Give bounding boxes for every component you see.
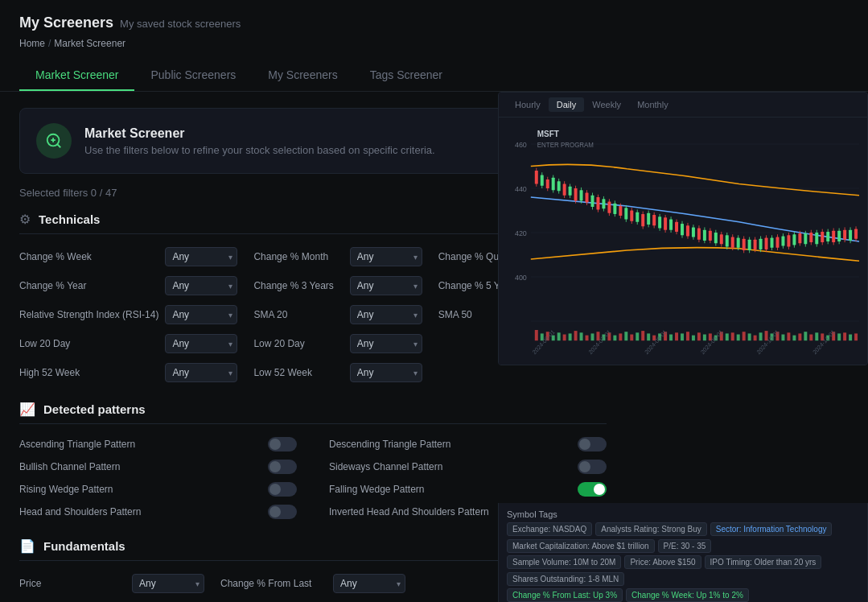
- svg-rect-152: [647, 333, 650, 340]
- toggle-rising-wedge[interactable]: [268, 482, 297, 497]
- select-wrap-price[interactable]: Any: [132, 574, 204, 593]
- chart-tab-monthly[interactable]: Monthly: [629, 97, 677, 112]
- tag-exchange: Exchange: NASDAQ: [507, 522, 592, 536]
- technicals-title: Technicals: [39, 212, 100, 226]
- patterns-icon: 📈: [19, 402, 35, 417]
- tag-volume: Sample Volume: 10M to 20M: [507, 555, 621, 569]
- patterns-header: 📈 Detected patterns: [19, 402, 607, 424]
- select-wrap-high52[interactable]: Any: [165, 363, 237, 382]
- svg-line-1: [57, 144, 60, 147]
- tab-my-screeners[interactable]: My Screeners: [252, 60, 353, 91]
- svg-rect-150: [636, 332, 639, 340]
- filter-row-change-3y: Change % 3 Years Any: [253, 276, 422, 295]
- breadcrumb-current: Market Screener: [54, 38, 125, 49]
- chart-tab-daily[interactable]: Daily: [549, 97, 584, 112]
- chart-tab-weekly[interactable]: Weekly: [584, 97, 629, 112]
- select-wrap-change-week[interactable]: Any: [165, 247, 237, 266]
- tag-sector: Sector: Information Technology: [710, 522, 833, 536]
- select-change-from-last[interactable]: Any: [333, 574, 405, 593]
- select-change-year[interactable]: Any: [165, 276, 237, 295]
- tab-bar: Market Screener Public Screeners My Scre…: [19, 60, 849, 91]
- toggle-descending[interactable]: [578, 437, 607, 452]
- tags-row-2: Sample Volume: 10M to 20M Price: Above $…: [507, 555, 859, 586]
- select-wrap-sma20[interactable]: Any: [350, 305, 422, 324]
- select-low20-2[interactable]: Any: [350, 334, 422, 353]
- svg-rect-169: [743, 332, 746, 340]
- svg-rect-136: [557, 332, 561, 340]
- filter-row-price: Price Any: [19, 574, 204, 593]
- patterns-section: 📈 Detected patterns Ascending Triangle P…: [19, 402, 607, 519]
- symbol-tags-title: Symbol Tags: [507, 509, 859, 519]
- svg-rect-146: [613, 336, 616, 341]
- select-low52[interactable]: Any: [350, 363, 422, 382]
- svg-rect-147: [619, 333, 622, 340]
- select-change-month[interactable]: Any: [350, 247, 422, 266]
- svg-rect-142: [591, 333, 594, 340]
- svg-text:440: 440: [515, 184, 527, 194]
- toggle-bullish-channel[interactable]: [268, 460, 297, 474]
- svg-text:MSFT: MSFT: [537, 130, 560, 139]
- select-wrap-change-year[interactable]: Any: [165, 276, 237, 295]
- pattern-label-rising-wedge: Rising Wedge Pattern: [19, 484, 113, 495]
- select-price[interactable]: Any: [132, 574, 204, 593]
- select-wrap-change-month[interactable]: Any: [350, 247, 422, 266]
- toggle-head-shoulders[interactable]: [268, 505, 297, 519]
- tab-market-screener[interactable]: Market Screener: [19, 60, 134, 91]
- select-wrap-low52[interactable]: Any: [350, 363, 422, 382]
- chart-tab-hourly[interactable]: Hourly: [507, 97, 549, 112]
- filter-label-change-from-last: Change % From Last: [220, 578, 327, 589]
- toggle-sideways[interactable]: [578, 460, 607, 474]
- svg-rect-186: [837, 333, 841, 340]
- select-wrap-change-from-last[interactable]: Any: [333, 574, 405, 593]
- select-wrap-low20-2[interactable]: Any: [350, 334, 422, 353]
- select-change-week[interactable]: Any: [165, 247, 237, 266]
- select-sma20[interactable]: Any: [350, 305, 422, 324]
- tag-ipo: IPO Timing: Older than 20 yrs: [705, 555, 822, 569]
- breadcrumb-separator: /: [48, 38, 51, 49]
- filter-row-change-month: Change % Month Any: [253, 247, 422, 266]
- pattern-row-bullish-channel: Bullish Channel Pattern: [19, 460, 297, 474]
- page-title: My Screeners: [19, 14, 113, 31]
- svg-rect-166: [726, 333, 729, 340]
- filter-row-low20: Low 20 Day Any: [19, 334, 237, 353]
- screener-icon: [36, 123, 72, 159]
- select-high52[interactable]: Any: [165, 363, 237, 382]
- filter-label-rsi: Relative Strength Index (RSI-14): [19, 309, 158, 320]
- patterns-title: Detected patterns: [43, 402, 146, 416]
- svg-text:ENTER PROGRAM: ENTER PROGRAM: [537, 141, 594, 149]
- svg-rect-189: [854, 333, 858, 340]
- svg-rect-156: [669, 335, 673, 341]
- svg-rect-177: [787, 332, 790, 340]
- fundamentals-icon: 📄: [19, 538, 35, 554]
- svg-rect-158: [681, 333, 684, 340]
- tab-tags-screener[interactable]: Tags Screener: [354, 60, 459, 91]
- svg-rect-181: [809, 335, 812, 341]
- toggle-falling-wedge[interactable]: [578, 482, 607, 497]
- tag-analysts: Analysts Rating: Strong Buy: [595, 522, 707, 536]
- select-low20[interactable]: Any: [165, 334, 237, 353]
- tag-shares: Shares Outstanding: 1-8 MLN: [507, 572, 624, 586]
- select-change-3y[interactable]: Any: [350, 276, 422, 295]
- svg-rect-171: [754, 336, 757, 341]
- filter-label-price: Price: [19, 578, 125, 589]
- svg-rect-187: [843, 332, 846, 340]
- tag-change-from-last: Change % From Last: Up 3%: [507, 588, 623, 602]
- svg-text:460: 460: [515, 140, 527, 150]
- pattern-row-sideways: Sideways Channel Pattern: [329, 460, 607, 474]
- svg-rect-148: [624, 332, 627, 340]
- select-wrap-rsi[interactable]: Any: [165, 305, 237, 324]
- svg-rect-161: [697, 332, 701, 340]
- select-wrap-low20[interactable]: Any: [165, 334, 237, 353]
- filter-row-high52: High 52 Week Any: [19, 363, 237, 382]
- tags-row-1: Exchange: NASDAQ Analysts Rating: Strong…: [507, 522, 859, 553]
- breadcrumb-home[interactable]: Home: [19, 38, 45, 49]
- chart-svg: 460 440 420 400 MSFT ENTER PROGRAM: [499, 118, 867, 365]
- toggle-ascending[interactable]: [268, 437, 297, 452]
- tab-public-screeners[interactable]: Public Screeners: [134, 60, 252, 91]
- select-rsi[interactable]: Any: [165, 305, 237, 324]
- filter-label-change-3y: Change % 3 Years: [253, 280, 343, 291]
- pattern-row-descending: Descending Triangle Pattern: [329, 437, 607, 452]
- pattern-label-falling-wedge: Falling Wedge Pattern: [329, 484, 425, 495]
- svg-rect-179: [798, 333, 801, 340]
- select-wrap-change-3y[interactable]: Any: [350, 276, 422, 295]
